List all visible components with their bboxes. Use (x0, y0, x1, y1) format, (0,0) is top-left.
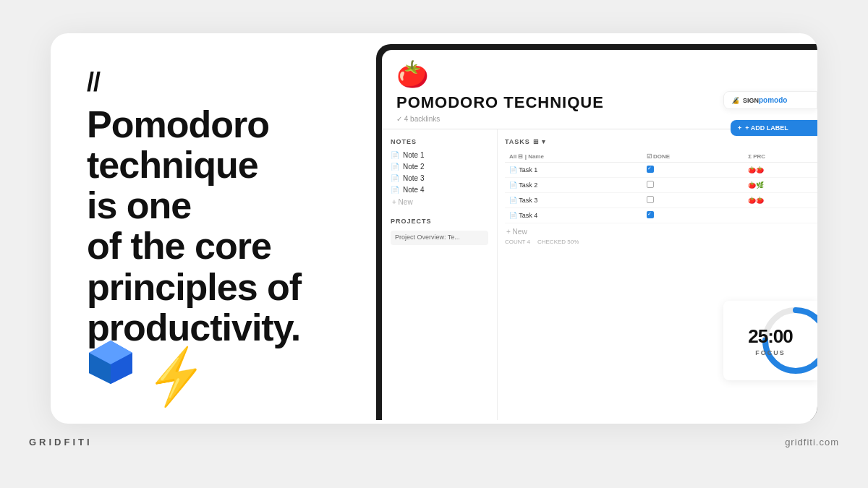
notion-header: 🍅 POMODORO TECHNIQUE ✓ 4 backlinks (382, 50, 817, 129)
task-done[interactable] (642, 208, 744, 223)
headline-text: Pomodoro technique is one of the core pr… (87, 104, 354, 348)
sign-panel[interactable]: 🔏 SIGNpomodo (723, 91, 817, 109)
notion-left-col: NOTES 📄 Note 1 📄 Note 2 📄 Note 3 (382, 129, 498, 420)
page-footer: GRIDFITI gridfiti.com (0, 429, 868, 455)
table-footer: COUNT 4 CHECKED 50% (505, 239, 817, 245)
tasks-header: TASKS ⊞ ▾ (505, 138, 817, 145)
col-done: ☑ DONE (642, 151, 744, 163)
list-item[interactable]: 📄 Note 2 (391, 163, 488, 171)
task-name: 📄 Task 4 (505, 208, 642, 223)
task-tomatoes (744, 208, 817, 223)
col-name: All ⊟ | Name (505, 151, 642, 163)
headline-line1: Pomodoro (87, 103, 269, 145)
lightning-icon: ⚡ (141, 346, 212, 407)
task-done[interactable] (642, 178, 744, 193)
main-card: // Pomodoro technique is one of the core… (51, 33, 817, 424)
sign-icon: 🔏 (731, 97, 739, 104)
headline-line4: of the core (87, 225, 271, 267)
note-label: Note 2 (403, 163, 424, 171)
task-done[interactable] (642, 193, 744, 208)
sign-text: SIGNpomodo (743, 96, 787, 104)
headline-line3: is one (87, 184, 191, 226)
blue-cube-icon (85, 337, 136, 388)
squiggle-decoration: // (87, 69, 354, 95)
projects-header: PROJECTS (391, 218, 488, 225)
headline-line2: technique (87, 144, 258, 186)
left-panel: // Pomodoro technique is one of the core… (51, 33, 383, 424)
document-icon: 📄 (391, 174, 399, 182)
table-row[interactable]: 📄 Task 2 🍅🌿 (505, 178, 817, 193)
brand-left: GRIDFITI (29, 437, 93, 448)
checked-stat: CHECKED 50% (537, 239, 579, 245)
note-label: Note 3 (403, 174, 424, 182)
task-name: 📄 Task 1 (505, 163, 642, 178)
count-stat: COUNT 4 (505, 239, 530, 245)
task-name: 📄 Task 2 (505, 178, 642, 193)
projects-section: PROJECTS Project Overview: Te... (391, 218, 488, 245)
task-name: 📄 Task 3 (505, 193, 642, 208)
tasks-filter-icon[interactable]: ⊞ ▾ (533, 138, 547, 145)
brand-right: gridfiti.com (785, 437, 839, 448)
add-note-button[interactable]: + New (391, 198, 488, 206)
list-item[interactable]: 📄 Note 1 (391, 151, 488, 159)
task-tomatoes: 🍅🌿 (744, 178, 817, 193)
headline-line5: principles of (87, 266, 301, 308)
note-label: Note 4 (403, 186, 424, 194)
timer-panel: 25:00 FOCUS (723, 301, 817, 380)
add-icon: + (738, 124, 741, 132)
task-tomatoes: 🍅🍅 (744, 163, 817, 178)
timer-mode-label: FOCUS (755, 349, 786, 356)
list-item[interactable]: 📄 Note 4 (391, 186, 488, 194)
right-panel: 🍅 POMODORO TECHNIQUE ✓ 4 backlinks NOTES… (383, 33, 817, 424)
sign-brand: pomodo (759, 96, 787, 104)
add-label-text: + ADD LABEL (745, 124, 788, 132)
col-prc: Σ PRC (744, 151, 817, 163)
note-label: Note 1 (403, 151, 424, 159)
list-item[interactable]: 📄 Note 3 (391, 174, 488, 182)
task-tomatoes: 🍅🍅 (744, 193, 817, 208)
add-label-button[interactable]: + + ADD LABEL (731, 120, 817, 136)
timer-display: 25:00 (748, 325, 793, 348)
document-icon: 📄 (391, 186, 399, 194)
add-task-button[interactable]: + New (505, 228, 817, 236)
project-item[interactable]: Project Overview: Te... (391, 231, 488, 245)
table-row[interactable]: 📄 Task 4 (505, 208, 817, 223)
document-icon: 📄 (391, 151, 399, 159)
table-row[interactable]: 📄 Task 3 🍅🍅 (505, 193, 817, 208)
tasks-table: All ⊟ | Name ☑ DONE Σ PRC 📄 Task 1 🍅🍅 (505, 151, 817, 223)
table-row[interactable]: 📄 Task 1 🍅🍅 (505, 163, 817, 178)
document-icon: 📄 (391, 163, 399, 171)
notes-header: NOTES (391, 138, 488, 145)
tomato-icon: 🍅 (396, 61, 817, 87)
tasks-label: TASKS (505, 138, 530, 145)
task-done[interactable] (642, 163, 744, 178)
